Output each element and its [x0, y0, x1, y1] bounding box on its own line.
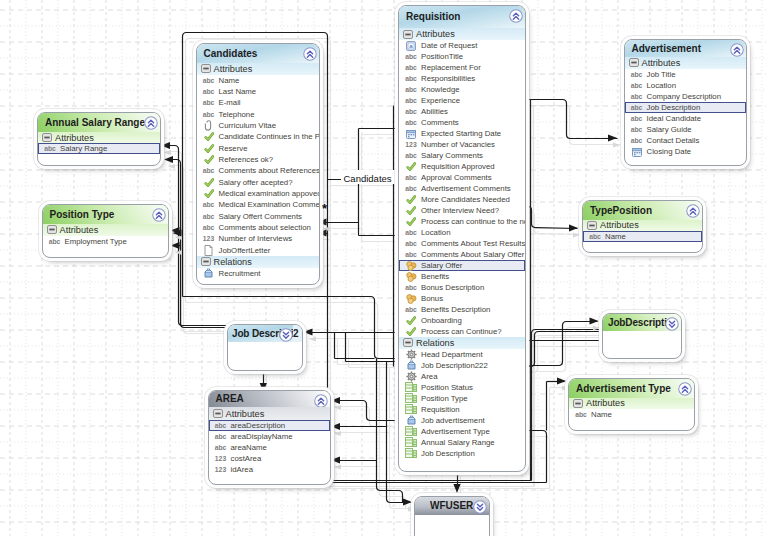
svg-text:Candidates: Candidates [344, 173, 392, 184]
